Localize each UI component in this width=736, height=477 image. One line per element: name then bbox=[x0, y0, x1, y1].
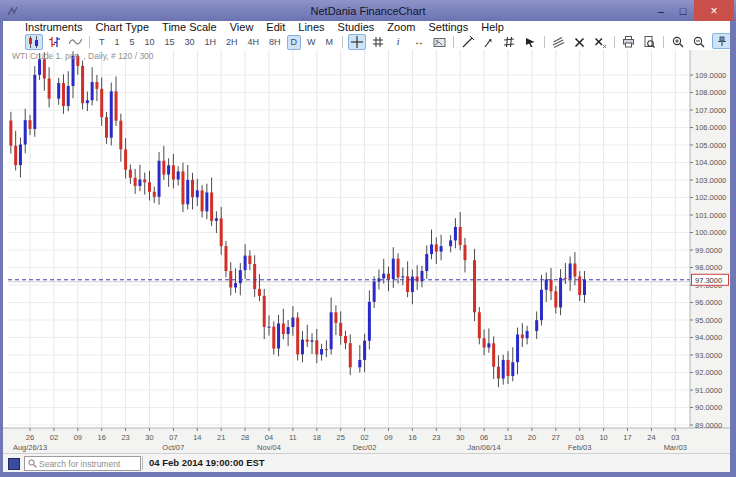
menu-item-instruments[interactable]: Instruments bbox=[25, 21, 82, 34]
timeframe-button-w[interactable]: W bbox=[303, 35, 320, 50]
svg-text:14: 14 bbox=[193, 433, 201, 442]
line-chart-icon bbox=[69, 36, 82, 48]
horizontal-expand-button[interactable]: ↔ bbox=[410, 34, 428, 50]
toolbar-pin-button[interactable] bbox=[712, 33, 731, 49]
candle bbox=[483, 338, 486, 347]
chart-type-candlestick-button[interactable] bbox=[25, 34, 43, 50]
arrow-line-button[interactable] bbox=[480, 34, 498, 50]
timeframe-button-4h[interactable]: 4H bbox=[244, 35, 264, 50]
candle bbox=[263, 296, 266, 327]
crosshair-icon bbox=[351, 36, 363, 48]
snapshot-button[interactable] bbox=[431, 34, 449, 50]
menu-item-settings[interactable]: Settings bbox=[428, 21, 468, 34]
candle bbox=[167, 165, 170, 174]
delete-all-button[interactable] bbox=[591, 34, 609, 50]
menu-item-edit[interactable]: Edit bbox=[266, 21, 285, 34]
timeframe-button-1[interactable]: 1 bbox=[110, 35, 123, 50]
candle bbox=[411, 277, 414, 292]
svg-text:96.0000: 96.0000 bbox=[695, 298, 722, 307]
menu-item-chart-type[interactable]: Chart Type bbox=[95, 21, 149, 34]
toolbar-separator bbox=[342, 36, 343, 48]
svg-text:16: 16 bbox=[98, 433, 106, 442]
svg-text:102.0000: 102.0000 bbox=[695, 193, 726, 202]
timeframe-button-30[interactable]: 30 bbox=[181, 35, 199, 50]
svg-text:Nov/04: Nov/04 bbox=[257, 443, 281, 452]
search-box[interactable] bbox=[24, 456, 141, 471]
maximize-button[interactable]: □ bbox=[672, 0, 694, 21]
pointer-button[interactable] bbox=[521, 34, 539, 50]
window-border-right bbox=[730, 21, 736, 477]
print-preview-button[interactable] bbox=[641, 34, 659, 50]
menu-item-time-scale[interactable]: Time Scale bbox=[162, 21, 217, 34]
candle bbox=[19, 145, 22, 166]
menu-item-help[interactable]: Help bbox=[481, 21, 504, 34]
svg-text:09: 09 bbox=[74, 433, 82, 442]
candle bbox=[253, 264, 256, 289]
candle bbox=[62, 83, 65, 106]
candle bbox=[224, 246, 227, 271]
candle bbox=[363, 341, 366, 360]
window-border-left bbox=[0, 21, 3, 477]
menu-item-lines[interactable]: Lines bbox=[298, 21, 324, 34]
svg-text:23: 23 bbox=[432, 433, 440, 442]
candle bbox=[258, 289, 261, 296]
parallel-lines-icon bbox=[552, 37, 565, 48]
chart-plot-area[interactable]: 89.000090.000091.000092.000093.000094.00… bbox=[0, 0, 736, 477]
window-border-bottom bbox=[0, 472, 736, 477]
horizontal-arrows-icon: ↔ bbox=[414, 36, 424, 48]
zoom-in-button[interactable] bbox=[669, 34, 687, 50]
chart-type-line-button[interactable] bbox=[66, 34, 84, 50]
candle bbox=[440, 246, 443, 251]
minimize-button[interactable]: – bbox=[650, 0, 672, 21]
timestamp-label: 04 Feb 2014 19:00:00 EST bbox=[149, 457, 265, 468]
channel-button[interactable] bbox=[501, 34, 519, 50]
candle bbox=[100, 89, 103, 117]
menu-item-studies[interactable]: Studies bbox=[338, 21, 375, 34]
pin-icon bbox=[716, 36, 727, 47]
svg-text:90.0000: 90.0000 bbox=[695, 403, 722, 412]
timeframe-button-t[interactable]: T bbox=[95, 35, 109, 50]
timeframe-button-2h[interactable]: 2H bbox=[222, 35, 242, 50]
crosshair-button[interactable] bbox=[348, 34, 366, 50]
svg-text:18: 18 bbox=[313, 433, 321, 442]
candle bbox=[449, 240, 452, 246]
svg-text:06: 06 bbox=[480, 433, 488, 442]
candle bbox=[162, 161, 165, 175]
candle bbox=[406, 276, 409, 292]
candle bbox=[473, 260, 476, 312]
delete-button[interactable] bbox=[571, 34, 589, 50]
candle bbox=[578, 276, 581, 295]
window-controls: – □ × bbox=[650, 0, 734, 21]
timeframe-button-1h[interactable]: 1H bbox=[201, 35, 221, 50]
close-button[interactable]: × bbox=[694, 0, 734, 21]
arrow-line-icon bbox=[483, 36, 495, 48]
zoom-out-button[interactable] bbox=[690, 34, 708, 50]
timeframe-button-d[interactable]: D bbox=[287, 35, 302, 50]
candle bbox=[177, 171, 180, 179]
candle bbox=[301, 340, 304, 355]
menu-bar: InstrumentsChart TypeTime ScaleViewEditL… bbox=[0, 21, 736, 34]
snapshot-icon bbox=[433, 37, 446, 48]
timeframe-button-m[interactable]: M bbox=[322, 35, 338, 50]
candle bbox=[344, 336, 347, 343]
grid-button[interactable] bbox=[369, 34, 387, 50]
candle bbox=[358, 360, 361, 367]
search-input[interactable] bbox=[39, 459, 131, 469]
menu-item-view[interactable]: View bbox=[230, 21, 254, 34]
chart-type-ohlc-button[interactable] bbox=[46, 34, 64, 50]
candle bbox=[95, 82, 98, 89]
timeframe-button-5[interactable]: 5 bbox=[125, 35, 138, 50]
timeframe-button-10[interactable]: 10 bbox=[140, 35, 158, 50]
svg-text:21: 21 bbox=[217, 433, 225, 442]
timeframe-button-8h[interactable]: 8H bbox=[265, 35, 285, 50]
candle bbox=[105, 117, 108, 137]
menu-item-zoom[interactable]: Zoom bbox=[387, 21, 415, 34]
toolbar-separator bbox=[453, 36, 454, 48]
timeframe-button-15[interactable]: 15 bbox=[161, 35, 179, 50]
info-button[interactable]: i bbox=[389, 34, 407, 50]
trendline-button[interactable] bbox=[459, 34, 477, 50]
candle bbox=[401, 276, 404, 277]
candle bbox=[57, 83, 60, 99]
parallel-lines-button[interactable] bbox=[550, 34, 568, 50]
print-button[interactable] bbox=[620, 34, 638, 50]
